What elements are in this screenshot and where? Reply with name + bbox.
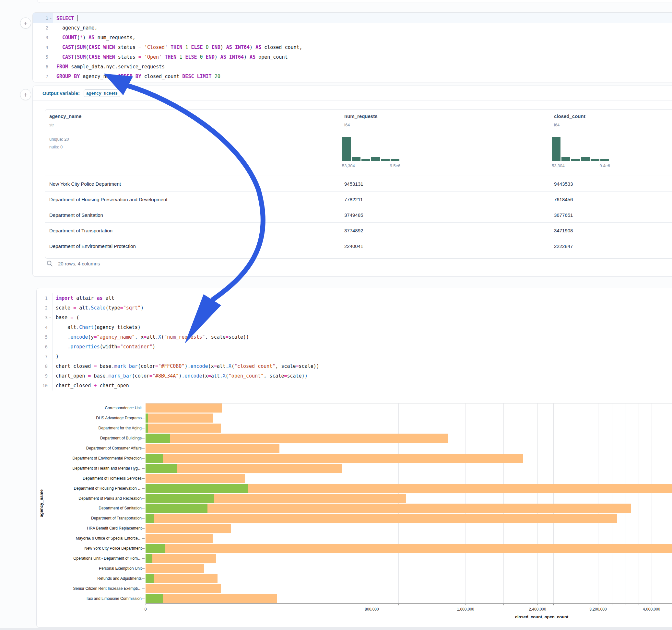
code-token-str: "open_count": [229, 373, 264, 379]
code-line[interactable]: 4 alt.Chart(agency_tickets): [37, 322, 672, 332]
code-token-kw: BY: [136, 74, 141, 79]
y-axis-label: Taxi and Limousine Commission: [38, 596, 142, 601]
bar-closed[interactable]: [146, 514, 617, 523]
code-token-t: ): [83, 35, 89, 41]
code-token-fn: .encode: [187, 363, 208, 369]
column-histogram: [342, 137, 399, 161]
code-token-t: (type: [106, 305, 120, 311]
code-line[interactable]: 4 CAST(SUM(CASE WHEN status = 'Closed' T…: [33, 43, 672, 52]
bar-open[interactable]: [146, 504, 208, 513]
gridline: [503, 403, 504, 603]
bar-open[interactable]: [146, 494, 214, 503]
code-line[interactable]: 3 COUNT(*) AS num_requests,: [33, 33, 672, 43]
code-line[interactable]: 7): [37, 352, 672, 361]
bar-closed[interactable]: [146, 574, 217, 583]
bar-open[interactable]: [146, 484, 248, 493]
code-line[interactable]: 5 CAST(SUM(CASE WHEN status = 'Open' THE…: [33, 52, 672, 62]
table-row[interactable]: Department of Housing Preservation and D…: [45, 191, 672, 207]
table-row[interactable]: Department of Environmental Protection22…: [45, 238, 672, 254]
line-number: 7: [46, 74, 48, 79]
code-line[interactable]: 5 .encode(y="agency_name", x=alt.X("num_…: [37, 332, 672, 342]
code-line[interactable]: 2 agency_name,: [33, 23, 672, 33]
gridline: [569, 403, 569, 603]
code-line[interactable]: 3⌄base = (: [37, 313, 672, 322]
table-cell: 3471908: [554, 223, 573, 238]
code-line[interactable]: 6 .properties(width="container"): [37, 342, 672, 352]
y-axis-label: DHS Advantage Programs: [38, 416, 142, 420]
histogram-min-label: 53,304: [342, 163, 355, 168]
code-line-text: alt.Chart(agency_tickets): [52, 324, 672, 330]
column-header-agency_name[interactable]: agency_name: [49, 114, 81, 119]
code-token-t: (width: [99, 344, 117, 350]
bar-closed[interactable]: [146, 474, 245, 483]
histogram-max-label: 9.5e6: [390, 163, 400, 168]
code-token-str: "#FFC080": [158, 363, 185, 369]
python-code-editor[interactable]: 1import altair as alt2scale = alt.Scale(…: [37, 293, 672, 390]
fold-chevron-icon[interactable]: ⌄: [50, 16, 52, 20]
table-row[interactable]: Department of Sanitation37494853677651: [45, 207, 672, 223]
fold-chevron-icon[interactable]: ⌄: [49, 315, 51, 319]
bar-closed[interactable]: [146, 544, 672, 553]
sql-code-editor[interactable]: 1⌄SELECT 2 agency_name,3 COUNT(*) AS num…: [33, 13, 672, 81]
code-token-t: chart_open: [97, 383, 129, 389]
bar-closed[interactable]: [146, 594, 277, 603]
column-histogram: [552, 137, 609, 161]
y-axis-label: Department of Consumer Affairs: [38, 446, 142, 451]
bar-closed[interactable]: [146, 454, 523, 463]
table-cell: 2222847: [554, 238, 573, 254]
code-line[interactable]: 9chart_open = base.mark_bar(color="#8BC3…: [37, 371, 672, 381]
code-token-op: *: [80, 35, 83, 41]
bar-open[interactable]: [146, 554, 152, 563]
code-token-t: [71, 74, 74, 79]
code-token-t: chart_open: [56, 373, 88, 379]
gridline: [445, 403, 445, 603]
bar-open[interactable]: [146, 544, 165, 553]
code-line[interactable]: 6FROM sample_data.nyc.service_requests: [33, 62, 672, 72]
bar-closed[interactable]: [146, 584, 221, 593]
x-axis-tick-label: 800,000: [365, 607, 379, 611]
code-line[interactable]: 10chart_closed + chart_open: [37, 381, 672, 390]
bar-closed[interactable]: [146, 534, 213, 543]
add-cell-button-top[interactable]: +: [20, 18, 31, 28]
code-token-t: agency_name,: [56, 25, 97, 31]
bar-closed[interactable]: [146, 564, 204, 573]
y-axis-tick: [142, 528, 145, 529]
code-line[interactable]: 7GROUP BY agency_name ORDER BY closed_co…: [33, 72, 672, 81]
code-token-fn: .encode: [67, 334, 88, 340]
code-token-t: [197, 54, 200, 60]
column-header-closed_count[interactable]: closed_count: [554, 114, 585, 119]
code-token-kw: CASE: [89, 54, 100, 60]
bar-open[interactable]: [146, 464, 177, 473]
table-cell: 2240041: [344, 238, 363, 254]
table-row[interactable]: Department of Transportation377489234719…: [45, 222, 672, 238]
bar-closed[interactable]: [146, 524, 231, 533]
line-number: 2: [45, 305, 48, 311]
code-token-t: alt: [146, 334, 155, 340]
code-token-t: ): [249, 44, 256, 50]
bar-open[interactable]: [146, 594, 163, 603]
code-token-fn: .mark_bar: [106, 373, 132, 379]
bar-open[interactable]: [146, 413, 148, 422]
table-cell: 7618456: [554, 192, 573, 207]
column-header-num_requests[interactable]: num_requests: [344, 114, 378, 119]
code-line[interactable]: 1import altair as alt: [37, 293, 672, 303]
bar-open[interactable]: [146, 423, 148, 433]
bar-open[interactable]: [146, 514, 154, 523]
code-line[interactable]: 8chart_closed = base.mark_bar(color="#FF…: [37, 361, 672, 371]
bar-closed[interactable]: [146, 444, 280, 453]
bar-closed[interactable]: [146, 404, 222, 413]
table-row[interactable]: New York City Police Department945313194…: [45, 176, 672, 192]
bar-closed[interactable]: [146, 413, 213, 422]
bar-open[interactable]: [146, 454, 163, 463]
bar-closed[interactable]: [146, 504, 631, 513]
add-cell-button-middle[interactable]: +: [20, 89, 31, 100]
bar-closed[interactable]: [146, 434, 448, 443]
output-variable-pill[interactable]: agency_tickets: [83, 90, 120, 97]
search-icon[interactable]: [46, 260, 53, 267]
bar-closed[interactable]: [146, 554, 216, 563]
code-line[interactable]: 2scale = alt.Scale(type="sqrt"): [37, 303, 672, 313]
bar-open[interactable]: [146, 434, 170, 443]
bar-open[interactable]: [146, 574, 154, 583]
code-line[interactable]: 1⌄SELECT: [33, 13, 672, 23]
bar-closed[interactable]: [146, 423, 221, 433]
